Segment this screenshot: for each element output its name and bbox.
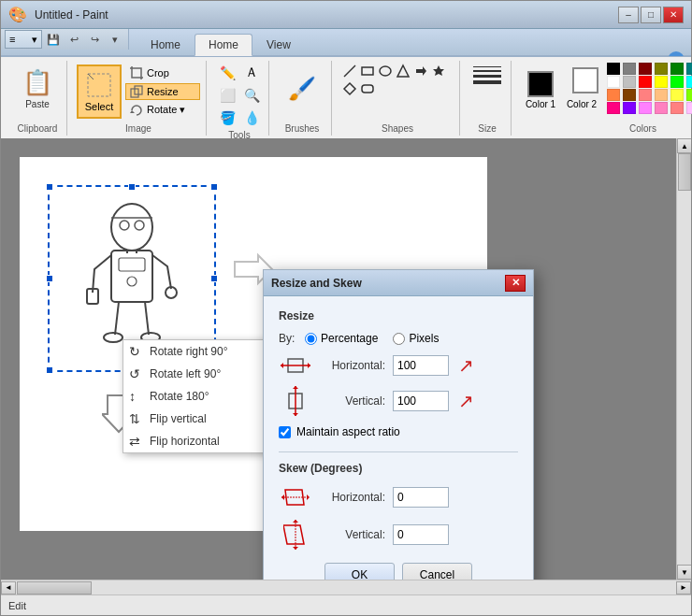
color-swatch[interactable] <box>639 63 652 75</box>
handle-tr[interactable] <box>210 183 218 191</box>
menu-item-rotate-right[interactable]: ↻ Rotate right 90° <box>123 340 271 363</box>
scroll-up-button[interactable]: ▲ <box>677 138 691 153</box>
crop-button[interactable]: Crop <box>125 64 200 81</box>
magnify-button[interactable]: 🔍 <box>240 85 263 106</box>
maximize-button[interactable]: □ <box>641 7 661 23</box>
scroll-thumb[interactable] <box>678 153 691 191</box>
vertical-scrollbar[interactable]: ▲ ▼ <box>676 138 691 580</box>
skew-horizontal-input[interactable]: 0 <box>393 487 449 508</box>
cancel-button[interactable]: Cancel <box>402 563 472 580</box>
menu-item-flip-horizontal[interactable]: ⇄ Flip horizontal <box>123 430 271 452</box>
color-swatch[interactable] <box>686 76 692 88</box>
skew-vertical-input[interactable]: 0 <box>393 524 449 545</box>
quick-access-dropdown[interactable]: ▾ <box>106 31 124 48</box>
color-swatch[interactable] <box>655 89 668 101</box>
pixels-radio[interactable] <box>393 333 405 345</box>
color-swatch-white[interactable] <box>607 76 620 88</box>
window-title: Untitled - Paint <box>35 8 108 21</box>
text-button[interactable]: Ａ <box>240 63 263 83</box>
select-button[interactable]: Select <box>77 64 122 119</box>
color-swatch[interactable] <box>623 63 636 75</box>
resize-vertical-icon <box>279 386 312 416</box>
fill-button[interactable]: 🪣 <box>216 107 238 128</box>
menu-item-rotate-left[interactable]: ↺ Rotate left 90° <box>123 363 271 385</box>
eyedropper-button[interactable]: 💧 <box>240 107 263 128</box>
tab-view[interactable]: View <box>252 34 305 55</box>
dialog-close-button[interactable]: ✕ <box>505 275 526 292</box>
shape-diamond[interactable] <box>341 80 358 97</box>
h-scroll-track[interactable] <box>16 580 676 595</box>
color-swatch[interactable] <box>686 102 692 114</box>
percentage-radio[interactable] <box>305 333 317 345</box>
shape-round-rect[interactable] <box>359 80 376 97</box>
color-swatch[interactable] <box>670 89 684 101</box>
color-swatch-black[interactable] <box>607 63 620 75</box>
redo-button[interactable]: ↪ <box>85 31 104 48</box>
resize-button[interactable]: Resize <box>125 83 200 100</box>
handle-ml[interactable] <box>46 275 53 282</box>
menu-item-flip-vertical[interactable]: ⇅ Flip vertical <box>123 408 271 430</box>
color-swatch[interactable] <box>623 76 636 88</box>
ribbon-group-clipboard: 📋 Paste Clipboard <box>8 61 67 136</box>
color-swatch[interactable] <box>686 63 692 75</box>
window-close-button[interactable]: ✕ <box>663 7 684 23</box>
color-swatch[interactable] <box>655 102 668 114</box>
shape-line[interactable] <box>341 63 358 79</box>
color-swatch[interactable] <box>670 102 684 114</box>
color-swatch[interactable] <box>639 89 652 101</box>
color-swatch[interactable] <box>686 89 692 101</box>
scroll-right-button[interactable]: ► <box>676 581 691 595</box>
save-button[interactable]: 💾 <box>44 31 63 48</box>
handle-tm[interactable] <box>128 183 136 191</box>
canvas-area[interactable]: Resize and Skew ✕ Resize By: Percentage <box>1 138 676 580</box>
undo-button[interactable]: ↩ <box>65 31 83 48</box>
scroll-track[interactable] <box>677 153 691 565</box>
color-swatch[interactable] <box>639 76 652 88</box>
handle-bl[interactable] <box>46 366 53 374</box>
color2-button[interactable]: Color 2 <box>562 63 601 119</box>
eraser-button[interactable]: ⬜ <box>216 85 238 106</box>
size-selector[interactable] <box>469 63 505 88</box>
app-menu-button[interactable]: ≡▾ <box>5 30 42 49</box>
rotate-button[interactable]: Rotate ▾ <box>125 102 200 119</box>
color-swatch[interactable] <box>607 89 620 101</box>
shape-triangle[interactable] <box>395 63 411 79</box>
horizontal-input[interactable]: 100 <box>393 355 449 376</box>
color-swatch[interactable] <box>623 89 636 101</box>
color-swatch[interactable] <box>655 63 668 75</box>
size-group-label: Size <box>478 123 496 134</box>
color-swatch[interactable] <box>607 102 620 114</box>
shape-star[interactable] <box>430 63 447 79</box>
brushes-button[interactable]: 🖌️ <box>279 63 325 115</box>
rotate-180-icon: ↕ <box>129 389 136 404</box>
tab-home[interactable]: Home <box>137 34 195 55</box>
vertical-input[interactable]: 100 <box>393 391 449 411</box>
scroll-down-button[interactable]: ▼ <box>677 565 691 580</box>
svg-point-22 <box>104 333 123 342</box>
color-swatch[interactable] <box>639 102 652 114</box>
shape-rect[interactable] <box>359 63 376 79</box>
skew-horizontal-row: Horizontal: 0 <box>279 484 518 510</box>
h-scroll-thumb[interactable] <box>17 581 92 595</box>
menu-item-rotate-180[interactable]: ↕ Rotate 180° <box>123 385 271 408</box>
minimize-button[interactable]: – <box>618 7 639 23</box>
tab-home-active[interactable]: Home <box>195 34 252 56</box>
scroll-left-button[interactable]: ◄ <box>1 581 16 595</box>
app-icon: 🎨 <box>8 6 27 23</box>
handle-mr[interactable] <box>210 275 218 282</box>
color1-button[interactable]: Color 1 <box>521 63 560 119</box>
handle-tl[interactable] <box>46 183 53 191</box>
color-swatch[interactable] <box>623 102 636 114</box>
horizontal-scrollbar[interactable]: ◄ ► <box>1 580 691 595</box>
shape-arrow[interactable] <box>412 63 429 79</box>
color-swatch[interactable] <box>655 76 668 88</box>
percentage-radio-option[interactable]: Percentage <box>305 332 378 345</box>
ok-button[interactable]: OK <box>324 563 395 580</box>
paste-button[interactable]: 📋 Paste <box>14 63 61 115</box>
color-swatch[interactable] <box>670 63 684 75</box>
shape-circle[interactable] <box>377 63 394 79</box>
pencil-button[interactable]: ✏️ <box>216 63 238 83</box>
pixels-radio-option[interactable]: Pixels <box>393 332 439 345</box>
maintain-aspect-checkbox[interactable] <box>279 426 291 438</box>
color-swatch[interactable] <box>670 76 684 88</box>
